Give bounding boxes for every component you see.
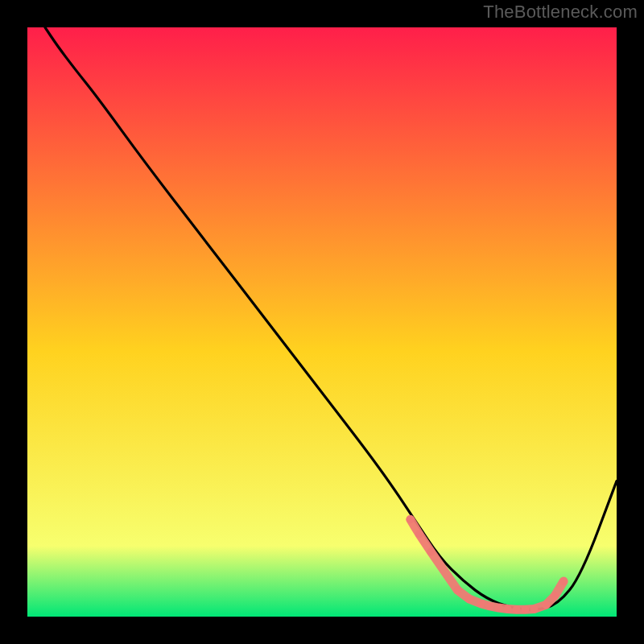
highlight-dot	[542, 601, 550, 609]
highlight-dot	[504, 605, 512, 613]
highlight-dot	[477, 600, 485, 608]
highlight-dot	[530, 605, 539, 613]
highlight-dot	[427, 548, 435, 556]
chart-frame: TheBottleneck.com	[0, 0, 644, 644]
chart-plot-area	[27, 27, 617, 617]
highlight-dot	[465, 595, 473, 603]
highlight-dot	[513, 605, 521, 613]
highlight-dot	[486, 602, 494, 610]
highlight-dot	[551, 592, 559, 600]
highlight-dot	[522, 605, 530, 613]
watermark-text: TheBottleneck.com	[483, 2, 638, 23]
highlight-dot	[415, 530, 423, 539]
highlight-dot	[559, 577, 568, 585]
chart-svg	[27, 27, 617, 617]
gradient-background	[27, 27, 617, 617]
highlight-dot	[453, 586, 461, 594]
highlight-dot	[407, 515, 415, 523]
highlight-dot	[495, 604, 503, 612]
